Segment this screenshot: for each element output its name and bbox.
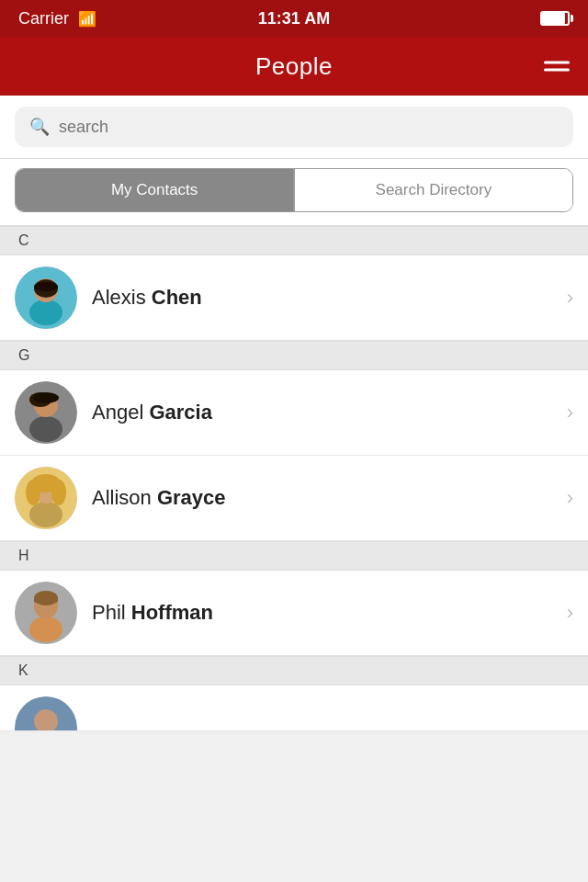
svg-rect-20 (34, 598, 58, 603)
avatar (15, 381, 77, 444)
svg-point-17 (29, 616, 62, 642)
search-box[interactable]: 🔍 (15, 107, 573, 147)
svg-point-11 (29, 502, 62, 527)
segmented-container: My Contacts Search Directory (0, 159, 588, 226)
hamburger-icon (544, 62, 570, 64)
search-input[interactable] (59, 118, 559, 137)
svg-point-9 (33, 392, 59, 403)
menu-button[interactable] (544, 62, 570, 72)
page-title: People (255, 52, 333, 81)
svg-point-14 (26, 480, 40, 505)
contact-row[interactable]: Allison Grayce › (0, 456, 588, 541)
section-header-g: G (0, 341, 588, 370)
hamburger-icon (544, 69, 570, 72)
avatar (15, 467, 77, 529)
contact-row[interactable]: Alexis Chen › (0, 255, 588, 341)
avatar (15, 266, 77, 329)
carrier-label: Carrier (18, 9, 69, 28)
chevron-right-icon: › (567, 286, 573, 310)
section-header-h: H (0, 541, 588, 571)
contact-name: Phil Hoffman (92, 601, 560, 625)
wifi-icon: 📶 (78, 10, 96, 28)
tab-my-contacts[interactable]: My Contacts (16, 169, 293, 211)
status-bar: Carrier 📶 11:31 AM (0, 0, 588, 37)
battery-icon (540, 11, 570, 26)
svg-point-1 (29, 300, 62, 325)
status-left: Carrier 📶 (18, 9, 96, 28)
avatar (15, 696, 77, 731)
contact-name: Angel Garcia (92, 401, 560, 424)
search-icon: 🔍 (29, 117, 50, 137)
contact-name: Alexis Chen (92, 286, 560, 310)
chevron-right-icon: › (567, 486, 573, 510)
contact-row[interactable] (0, 685, 588, 731)
avatar (15, 582, 77, 644)
chevron-right-icon: › (567, 401, 573, 424)
section-header-k: K (0, 656, 588, 685)
tab-search-directory[interactable]: Search Directory (295, 169, 572, 211)
search-container: 🔍 (0, 96, 588, 159)
tab-control: My Contacts Search Directory (15, 168, 573, 212)
section-header-c: C (0, 226, 588, 255)
contact-row[interactable]: Phil Hoffman › (0, 571, 588, 656)
svg-point-15 (51, 480, 66, 505)
time-label: 11:31 AM (258, 9, 330, 28)
app-header: People (0, 37, 588, 96)
svg-point-6 (29, 416, 62, 442)
contact-row[interactable]: Angel Garcia › (0, 370, 588, 456)
contact-name: Allison Grayce (92, 486, 560, 510)
chevron-right-icon: › (567, 601, 573, 625)
svg-point-4 (34, 282, 58, 291)
